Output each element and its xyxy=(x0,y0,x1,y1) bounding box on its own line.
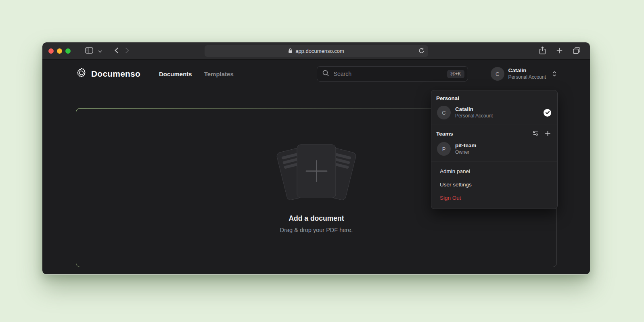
browser-toolbar: app.documenso.com xyxy=(42,42,590,60)
selector-chevrons-icon xyxy=(552,71,557,77)
document-card-center xyxy=(297,144,336,198)
back-arrow-icon xyxy=(115,47,119,55)
document-cards-illustration xyxy=(270,142,363,204)
account-type: Personal Account xyxy=(508,74,546,80)
personal-avatar: C xyxy=(437,106,451,119)
toolbar-actions xyxy=(536,42,583,60)
search-bar[interactable]: ⌘+K xyxy=(317,66,468,82)
sliders-icon xyxy=(532,130,539,138)
new-tab-button[interactable] xyxy=(553,46,566,57)
reload-button[interactable] xyxy=(417,45,426,57)
nav-templates[interactable]: Templates xyxy=(204,71,234,77)
team-name: pit-team xyxy=(455,142,477,149)
dropzone-title: Add a document xyxy=(289,214,344,223)
reload-icon xyxy=(419,48,424,55)
menu-item-sign-out[interactable]: Sign Out xyxy=(431,191,557,205)
minimize-window-button[interactable] xyxy=(57,48,62,54)
team-plus-icon xyxy=(545,130,551,138)
tabs-icon xyxy=(573,47,580,55)
browser-window: app.documenso.com xyxy=(42,42,590,275)
teams-actions xyxy=(532,130,551,138)
search-input[interactable] xyxy=(333,70,443,77)
brand-name: Documenso xyxy=(91,69,140,79)
zoom-window-button[interactable] xyxy=(65,48,71,54)
sidebar-menu-button[interactable] xyxy=(96,45,104,56)
tab-overview-button[interactable] xyxy=(570,46,583,57)
address-bar-url: app.documenso.com xyxy=(295,48,344,54)
account-info: Catalin Personal Account xyxy=(508,67,546,80)
teams-section-header: Teams xyxy=(431,125,557,140)
create-team-button[interactable] xyxy=(545,130,551,138)
personal-section-label: Personal xyxy=(431,90,557,103)
documenso-seal-icon xyxy=(76,67,87,80)
user-avatar: C xyxy=(491,67,504,81)
team-role: Owner xyxy=(455,149,477,156)
sidebar-toggle-button[interactable] xyxy=(82,45,96,56)
chevron-down-icon xyxy=(98,48,102,54)
team-avatar: P xyxy=(437,142,451,156)
sidebar-icon xyxy=(85,47,93,55)
account-dropdown-menu: Personal C Catalin Personal Account Team… xyxy=(431,90,558,209)
menu-item-user-settings[interactable]: User settings xyxy=(431,178,557,191)
toolbar-navigation xyxy=(82,45,132,56)
menu-actions: Admin panel User settings Sign Out xyxy=(431,161,557,209)
traffic-lights xyxy=(48,48,71,54)
plus-icon xyxy=(556,48,562,55)
selected-check-icon xyxy=(544,109,551,117)
search-icon xyxy=(322,70,329,78)
lock-icon xyxy=(288,48,293,54)
back-button[interactable] xyxy=(111,45,122,56)
menu-item-admin-panel[interactable]: Admin panel xyxy=(431,165,557,178)
web-content: Documenso Documents Templates ⌘+K C Cata… xyxy=(42,60,590,274)
share-icon xyxy=(539,46,546,56)
personal-account-name: Catalin xyxy=(455,106,493,113)
brand-logo[interactable]: Documenso xyxy=(76,67,140,80)
account-menu-trigger[interactable]: C Catalin Personal Account xyxy=(491,67,557,81)
add-plus-icon xyxy=(305,160,327,182)
dropzone-subtitle: Drag & drop your PDF here. xyxy=(280,227,353,233)
teams-section-label: Teams xyxy=(436,131,453,137)
share-button[interactable] xyxy=(536,46,549,57)
address-bar[interactable]: app.documenso.com xyxy=(205,45,428,57)
app-header: Documenso Documents Templates ⌘+K C Cata… xyxy=(42,60,590,88)
forward-arrow-icon xyxy=(125,47,129,55)
forward-button[interactable] xyxy=(122,45,132,56)
account-name: Catalin xyxy=(508,67,546,74)
nav-documents[interactable]: Documents xyxy=(159,71,192,77)
menu-item-team[interactable]: P pit-team Owner xyxy=(431,140,557,161)
manage-teams-button[interactable] xyxy=(532,130,539,138)
close-window-button[interactable] xyxy=(48,48,54,54)
toolbar-divider xyxy=(107,47,107,54)
search-shortcut-badge: ⌘+K xyxy=(447,70,464,78)
team-info: pit-team Owner xyxy=(455,142,477,155)
personal-account-info: Catalin Personal Account xyxy=(455,106,493,119)
main-nav: Documents Templates xyxy=(159,71,234,77)
personal-account-subtitle: Personal Account xyxy=(455,113,493,119)
menu-item-personal-account[interactable]: C Catalin Personal Account xyxy=(431,103,557,125)
